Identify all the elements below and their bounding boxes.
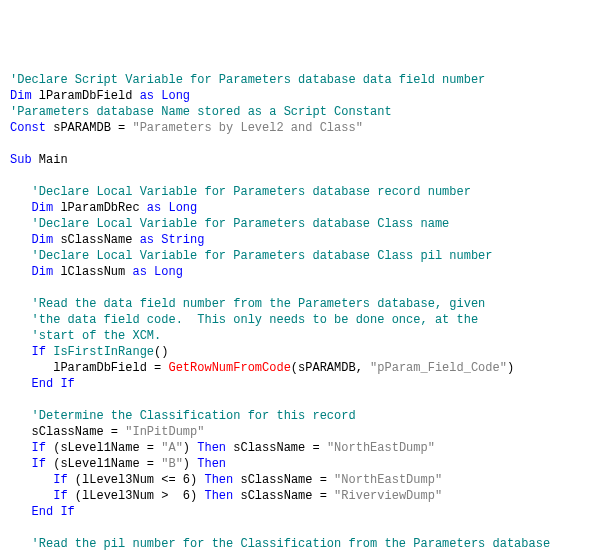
- keyword-type: as Long: [140, 89, 190, 103]
- keyword-type: as Long: [147, 201, 197, 215]
- identifier: sPARAMDB =: [46, 121, 132, 135]
- paren: ): [183, 457, 197, 471]
- comment: 'Read the data field number from the Par…: [32, 297, 486, 311]
- string-literal: "B": [161, 457, 183, 471]
- expr: sClassName =: [233, 473, 334, 487]
- args: (sPARAMDB,: [291, 361, 370, 375]
- identifier: lParamDbField =: [53, 361, 168, 375]
- comment: 'Read the pil number for the Classificat…: [32, 537, 550, 551]
- string-literal: "Parameters by Level2 and Class": [132, 121, 362, 135]
- comment: 'Declare Local Variable for Parameters d…: [32, 217, 450, 231]
- keyword-dim: Dim: [32, 265, 54, 279]
- comment: 'Determine the Classification for this r…: [32, 409, 356, 423]
- keyword-then: Then: [204, 473, 233, 487]
- identifier: lParamDbField: [32, 89, 140, 103]
- keyword-sub: Sub: [10, 153, 32, 167]
- identifier: sClassName: [53, 233, 139, 247]
- code-block: 'Declare Script Variable for Parameters …: [10, 72, 602, 552]
- keyword-dim: Dim: [10, 89, 32, 103]
- paren: ): [183, 441, 197, 455]
- comment: 'Declare Script Variable for Parameters …: [10, 73, 485, 87]
- expr: (lLevel3Num > 6): [68, 489, 205, 503]
- keyword-if: If: [53, 489, 67, 503]
- identifier: sClassName =: [32, 425, 126, 439]
- keyword-if: If: [32, 441, 46, 455]
- string-literal: "RiverviewDump": [334, 489, 442, 503]
- keyword-if: If: [32, 345, 46, 359]
- keyword-then: Then: [197, 441, 226, 455]
- string-literal: "NorthEastDump": [327, 441, 435, 455]
- function-call: IsFirstInRange: [46, 345, 154, 359]
- string-literal: "A": [161, 441, 183, 455]
- identifier: lClassNum: [53, 265, 132, 279]
- comment: 'Declare Local Variable for Parameters d…: [32, 249, 493, 263]
- keyword-type: as Long: [132, 265, 182, 279]
- identifier: Main: [32, 153, 68, 167]
- keyword-then: Then: [197, 457, 226, 471]
- expr: (sLevel1Name =: [46, 441, 161, 455]
- expr: sClassName =: [233, 489, 334, 503]
- keyword-dim: Dim: [32, 233, 54, 247]
- keyword-dim: Dim: [32, 201, 54, 215]
- string-literal: "NorthEastDump": [334, 473, 442, 487]
- keyword-type: as String: [140, 233, 205, 247]
- keyword-endif: End If: [32, 377, 75, 391]
- function-call: GetRowNumFromCode: [168, 361, 290, 375]
- string-literal: "InPitDump": [125, 425, 204, 439]
- comment: 'Declare Local Variable for Parameters d…: [32, 185, 471, 199]
- comment: 'the data field code. This only needs to…: [32, 313, 478, 327]
- keyword-const: Const: [10, 121, 46, 135]
- keyword-if: If: [32, 457, 46, 471]
- paren: (): [154, 345, 168, 359]
- expr: sClassName =: [226, 441, 327, 455]
- keyword-then: Then: [204, 489, 233, 503]
- expr: (sLevel1Name =: [46, 457, 161, 471]
- string-literal: "pParam_Field_Code": [370, 361, 507, 375]
- keyword-if: If: [53, 473, 67, 487]
- expr: (lLevel3Num <= 6): [68, 473, 205, 487]
- paren: ): [507, 361, 514, 375]
- identifier: lParamDbRec: [53, 201, 147, 215]
- comment: 'Parameters database Name stored as a Sc…: [10, 105, 392, 119]
- comment: 'start of the XCM.: [32, 329, 162, 343]
- keyword-endif: End If: [32, 505, 75, 519]
